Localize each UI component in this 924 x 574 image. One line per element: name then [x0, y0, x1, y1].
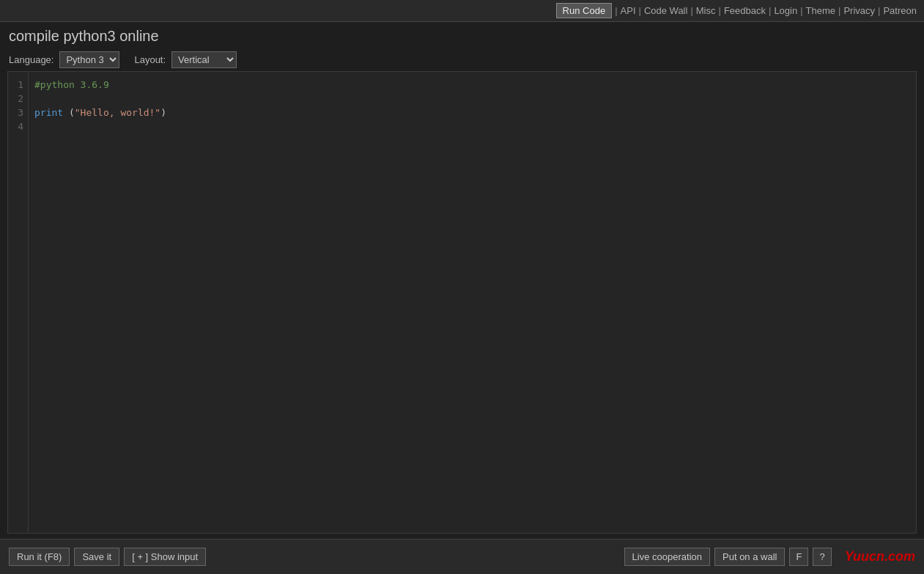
layout-select[interactable]: Vertical Horizontal: [171, 51, 237, 68]
separator-2: |: [639, 5, 641, 16]
code-editor[interactable]: #python 3.6.9 print ("Hello, world!"): [29, 72, 916, 533]
separator-6: |: [800, 5, 802, 16]
show-input-button[interactable]: [ + ] Show input: [124, 548, 206, 566]
feedback-link[interactable]: Feedback: [724, 5, 766, 16]
editor-area: 1 2 3 4 #python 3.6.9 print ("Hello, wor…: [7, 71, 917, 534]
top-navigation: Run Code | API | Code Wall | Misc | Feed…: [0, 0, 924, 22]
run-button[interactable]: Run it (F8): [9, 548, 70, 566]
line-number-2: 2: [14, 92, 23, 106]
run-code-nav-button[interactable]: Run Code: [556, 3, 613, 18]
help-button[interactable]: ?: [813, 548, 831, 566]
code-line-3: print ("Hello, world!"): [34, 106, 910, 119]
separator-8: |: [878, 5, 880, 16]
code-line-1: #python 3.6.9: [34, 78, 910, 92]
paren-open: (: [63, 107, 75, 118]
bottom-toolbar: Run it (F8) Save it [ + ] Show input Liv…: [0, 539, 924, 574]
paren-close: ): [160, 107, 166, 118]
string-hello: "Hello, world!": [75, 107, 160, 118]
brand-logo: Yuucn.com: [845, 549, 915, 564]
page-title: compile python3 online: [0, 22, 924, 48]
code-line-2: [34, 92, 910, 106]
misc-link[interactable]: Misc: [696, 5, 716, 16]
line-number-1: 1: [14, 78, 23, 92]
controls-row: Language: Python 3 Python 2 C C++ Java L…: [0, 48, 924, 71]
theme-link[interactable]: Theme: [806, 5, 835, 16]
separator-3: |: [690, 5, 692, 16]
separator-5: |: [769, 5, 771, 16]
layout-label: Layout:: [134, 54, 166, 65]
code-line-4: [34, 119, 910, 133]
patreon-link[interactable]: Patreon: [883, 5, 917, 16]
privacy-link[interactable]: Privacy: [843, 5, 875, 16]
save-button[interactable]: Save it: [74, 548, 119, 566]
line-number-4: 4: [14, 119, 23, 133]
put-on-wall-button[interactable]: Put on a wall: [714, 548, 785, 566]
separator-7: |: [838, 5, 840, 16]
live-cooperation-button[interactable]: Live cooperation: [624, 548, 710, 566]
comment-text: #python 3.6.9: [34, 79, 109, 90]
line-numbers: 1 2 3 4: [8, 72, 29, 533]
separator-1: |: [615, 5, 617, 16]
login-link[interactable]: Login: [774, 5, 797, 16]
fullscreen-button[interactable]: F: [789, 548, 808, 566]
language-label: Language:: [9, 54, 53, 65]
language-select[interactable]: Python 3 Python 2 C C++ Java: [59, 51, 119, 68]
right-buttons: Live cooperation Put on a wall F ?: [624, 548, 832, 566]
api-link[interactable]: API: [621, 5, 636, 16]
separator-4: |: [719, 5, 721, 16]
line-number-3: 3: [14, 106, 23, 119]
code-wall-link[interactable]: Code Wall: [644, 5, 687, 16]
keyword-print: print: [34, 107, 63, 118]
